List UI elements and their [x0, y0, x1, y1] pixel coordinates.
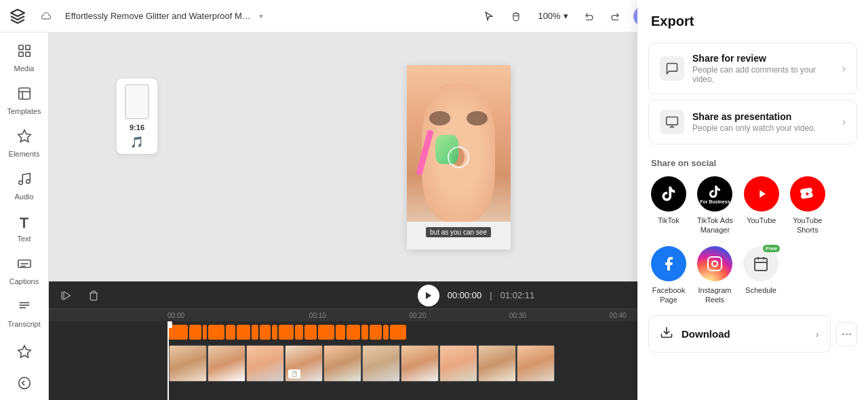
video-thumbnail[interactable]	[478, 345, 516, 382]
caption-segment[interactable]	[252, 325, 258, 340]
topbar-tools: 100% ▾	[478, 5, 625, 27]
captions-label: Captions	[9, 277, 39, 285]
ruler-mark-0: 00:00	[167, 312, 268, 319]
svg-rect-11	[25, 45, 29, 49]
sidebar-item-audio[interactable]: Audio	[3, 166, 46, 206]
sidebar-item-collapse[interactable]	[3, 371, 46, 399]
download-arrow: ›	[816, 328, 819, 340]
favorites-icon	[17, 344, 32, 363]
main-layout: Media Templates Elements Audio T Text	[0, 33, 868, 400]
schedule-item[interactable]: Free Schedule	[743, 246, 778, 305]
trim-button[interactable]	[57, 286, 76, 305]
tiktok-item[interactable]: TikTok	[651, 176, 686, 235]
share-review-arrow: ›	[842, 62, 846, 75]
collapse-icon	[18, 376, 31, 393]
video-thumbnail[interactable]	[401, 345, 439, 382]
youtube-icon	[744, 176, 779, 212]
export-panel: Export Share for review People can add c…	[637, 33, 868, 400]
schedule-label: Schedule	[745, 285, 776, 295]
sidebar-item-transcript[interactable]: Transcript	[3, 294, 46, 334]
track-labels	[49, 321, 167, 400]
caption-segment[interactable]	[347, 325, 360, 340]
share-presentation-title: Share as presentation	[692, 111, 834, 122]
sidebar-item-captions[interactable]: Captions	[3, 251, 46, 291]
svg-rect-14	[18, 88, 30, 100]
video-thumbnail[interactable]	[208, 345, 245, 382]
caption-segment[interactable]	[237, 325, 250, 340]
undo-button[interactable]	[579, 5, 601, 27]
hand-tool[interactable]	[505, 5, 527, 27]
share-presentation-desc: People can only watch your video.	[692, 123, 834, 133]
video-thumbnail[interactable]	[362, 345, 400, 382]
svg-rect-10	[18, 45, 22, 49]
video-thumbnail[interactable]	[517, 345, 555, 382]
share-review-title: Share for review	[692, 53, 834, 64]
sidebar-item-elements[interactable]: Elements	[3, 123, 46, 163]
caption-segment[interactable]	[318, 325, 334, 340]
video-subtitle: but as you can see	[426, 227, 491, 237]
download-more-button[interactable]: ···	[836, 322, 857, 346]
elements-icon	[17, 129, 32, 147]
video-thumbnail[interactable]	[439, 345, 477, 382]
audio-label: Audio	[14, 193, 33, 201]
instagram-item[interactable]: InstagramReels	[697, 246, 732, 305]
share-presentation-arrow: ›	[842, 116, 846, 128]
tiktok-ads-item[interactable]: For Business TikTok AdsManager	[697, 176, 733, 235]
svg-marker-29	[426, 292, 431, 299]
caption-segment[interactable]	[370, 325, 382, 340]
tiktok-icon	[651, 176, 686, 212]
caption-segment[interactable]	[304, 325, 317, 340]
playhead-top	[167, 321, 172, 328]
facebook-item[interactable]: FacebookPage	[651, 246, 686, 305]
zoom-control[interactable]: 100% ▾	[532, 8, 573, 24]
sidebar-item-favorites[interactable]	[3, 339, 46, 368]
tiktok-indicator: 🎵	[130, 136, 144, 148]
caption-segment[interactable]	[383, 325, 389, 340]
youtube-shorts-label: YouTubeShorts	[793, 216, 822, 235]
caption-segment[interactable]	[203, 325, 207, 340]
caption-segment[interactable]	[226, 325, 235, 340]
export-panel-header: Export	[637, 33, 868, 37]
redo-button[interactable]	[604, 5, 625, 27]
download-section: Download › ···	[637, 310, 868, 363]
caption-segment[interactable]	[295, 325, 303, 340]
svg-rect-12	[18, 52, 22, 56]
sidebar-item-templates[interactable]: Templates	[3, 81, 46, 121]
ruler-mark-2: 00:20	[368, 312, 468, 319]
caption-segment[interactable]	[361, 325, 368, 340]
templates-label: Templates	[7, 107, 41, 115]
social-section-title: Share on social	[651, 158, 854, 168]
caption-segment[interactable]	[189, 325, 201, 340]
caption-segment[interactable]	[390, 325, 406, 340]
share-presentation-option[interactable]: Share as presentation People can only wa…	[648, 100, 857, 144]
caption-segment[interactable]	[279, 325, 294, 340]
app-logo	[8, 7, 27, 26]
ruler-mark-3: 00:30	[468, 312, 568, 319]
sidebar-item-media[interactable]: Media	[3, 38, 46, 78]
text-label: Text	[17, 235, 31, 243]
delete-button[interactable]	[84, 286, 103, 305]
text-icon: T	[20, 214, 28, 232]
video-thumbnail[interactable]	[169, 345, 207, 382]
play-button[interactable]	[418, 285, 439, 306]
video-thumbnail[interactable]	[323, 345, 361, 382]
video-preview[interactable]: but as you can see	[407, 65, 511, 249]
video-thumbnail[interactable]	[246, 345, 284, 382]
title-dropdown-icon[interactable]: ▾	[259, 12, 263, 21]
sidebar-item-text[interactable]: T Text	[3, 209, 46, 248]
current-time: 00:00:00	[448, 290, 482, 300]
video-thumbnail[interactable]: 📋	[285, 345, 323, 382]
aspect-ratio-text: 9:16	[130, 123, 144, 132]
share-review-option[interactable]: Share for review People can add comments…	[648, 43, 857, 94]
social-icons: TikTok For Business TikTok AdsManager	[651, 176, 854, 304]
playhead	[167, 321, 169, 400]
youtube-item[interactable]: YouTube	[744, 176, 779, 235]
download-button[interactable]: Download ›	[648, 315, 831, 353]
caption-segment[interactable]	[336, 325, 345, 340]
caption-segment[interactable]	[272, 325, 277, 340]
sidebar: Media Templates Elements Audio T Text	[0, 33, 49, 400]
pointer-tool[interactable]	[478, 5, 500, 27]
caption-segment[interactable]	[208, 325, 224, 340]
caption-segment[interactable]	[260, 325, 271, 340]
youtube-shorts-item[interactable]: YouTubeShorts	[790, 176, 825, 235]
